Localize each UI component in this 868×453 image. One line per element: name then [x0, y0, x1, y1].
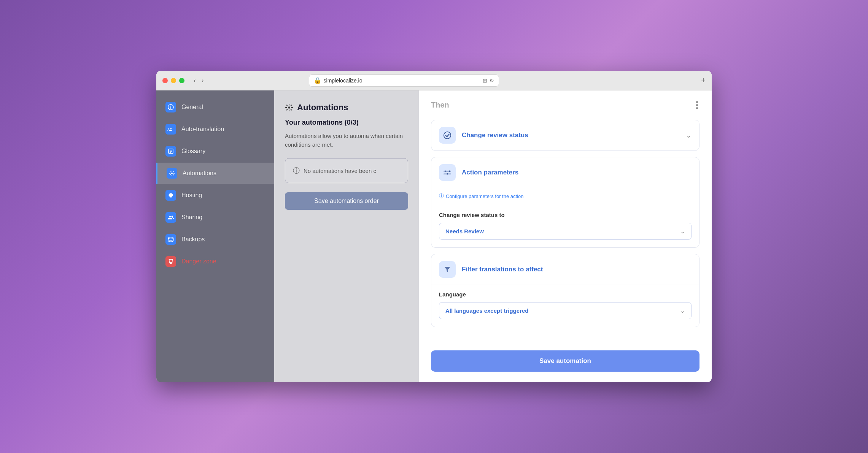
language-select[interactable]: All languages except triggered ⌄ — [439, 302, 692, 319]
forward-button[interactable]: › — [200, 76, 205, 86]
card-body-action-params: ⓘ Configure parameters for the action Ch… — [431, 188, 699, 247]
action-params-icon-wrap — [439, 164, 456, 181]
sidebar-item-general[interactable]: i General — [156, 97, 274, 118]
no-automations-box: ⓘ No automations have been c — [285, 158, 408, 183]
change-review-status-card: Change review status ⌄ — [431, 120, 699, 151]
config-header: Then — [431, 100, 699, 111]
sidebar-item-sharing[interactable]: Sharing — [156, 207, 274, 228]
config-section-label: Then — [431, 101, 449, 109]
general-icon: i — [165, 102, 176, 112]
more-menu-button[interactable] — [695, 100, 699, 111]
language-select-value: All languages except triggered — [445, 307, 528, 314]
dot-1 — [696, 101, 698, 103]
svg-text:i: i — [170, 105, 172, 109]
hosting-icon — [165, 190, 176, 201]
save-automation-button[interactable]: Save automation — [431, 350, 699, 372]
sidebar-item-label: Automations — [183, 170, 216, 177]
needs-review-select[interactable]: Needs Review ⌄ — [439, 223, 692, 240]
automations-heading: Automations — [285, 103, 408, 112]
svg-point-7 — [171, 173, 173, 174]
sidebar-item-auto-translation[interactable]: AZ Auto-translation — [156, 119, 274, 140]
backups-icon — [165, 234, 176, 245]
sidebar-item-hosting[interactable]: Hosting — [156, 185, 274, 206]
minimize-button[interactable] — [171, 78, 176, 83]
browser-content: i General AZ Auto-translation Glossary — [156, 90, 712, 382]
svg-point-10 — [168, 237, 173, 239]
sidebar-item-label: Hosting — [181, 192, 202, 199]
select-chevron-down-icon: ⌄ — [680, 228, 685, 235]
svg-point-9 — [172, 216, 173, 218]
config-panel-inner: Then — [419, 90, 712, 350]
language-label: Language — [439, 285, 692, 298]
svg-rect-12 — [170, 263, 172, 264]
dot-3 — [696, 107, 698, 109]
svg-point-13 — [288, 106, 290, 109]
card-header-action-params[interactable]: Action parameters — [431, 157, 699, 188]
maximize-button[interactable] — [179, 78, 184, 83]
svg-point-8 — [169, 216, 171, 218]
sidebar-item-automations[interactable]: Automations — [156, 163, 274, 184]
card-body-filter: Language All languages except triggered … — [431, 285, 699, 327]
card-subtitle: ⓘ Configure parameters for the action — [439, 193, 692, 200]
sidebar-item-label: Backups — [181, 236, 205, 243]
sidebar-item-label: Danger zone — [181, 258, 216, 265]
auto-translation-icon: AZ — [165, 124, 176, 135]
action-parameters-card: Action parameters ⓘ Configure parameters… — [431, 157, 699, 248]
change-review-title: Change review status — [462, 131, 680, 139]
url-text: simplelocalize.io — [324, 78, 362, 84]
address-icons: ⊞ ↻ — [483, 78, 494, 84]
language-chevron-down-icon: ⌄ — [680, 307, 685, 314]
action-params-title: Action parameters — [462, 169, 692, 176]
svg-rect-11 — [169, 259, 173, 260]
sharing-icon — [165, 212, 176, 223]
dot-2 — [696, 104, 698, 106]
filter-translations-card: Filter translations to affect Language A… — [431, 254, 699, 327]
sidebar-item-danger-zone[interactable]: Danger zone — [156, 251, 274, 272]
chevron-down-icon: ⌄ — [686, 131, 692, 139]
svg-point-14 — [444, 132, 451, 139]
translate-icon: ⊞ — [483, 78, 487, 84]
filter-icon-wrap — [439, 261, 456, 278]
refresh-icon[interactable]: ↻ — [490, 78, 494, 84]
danger-zone-icon — [165, 256, 176, 267]
automations-section-heading: Your automations (0/3) — [285, 119, 408, 127]
close-button[interactable] — [162, 78, 168, 83]
back-button[interactable]: ‹ — [192, 76, 197, 86]
card-header-filter[interactable]: Filter translations to affect — [431, 254, 699, 285]
nav-buttons: ‹ › — [192, 76, 205, 86]
svg-text:AZ: AZ — [167, 128, 172, 131]
lock-icon: 🔒 — [314, 77, 321, 84]
automations-panel: Automations Your automations (0/3) Autom… — [274, 90, 419, 382]
config-panel: Then — [419, 90, 712, 382]
save-order-button[interactable]: Save automations order — [285, 192, 408, 210]
sidebar-item-label: Auto-translation — [181, 126, 224, 133]
browser-window: ‹ › 🔒 simplelocalize.io ⊞ ↻ + i General — [156, 71, 712, 382]
sidebar-item-label: Glossary — [181, 148, 205, 155]
info-icon: ⓘ — [293, 166, 300, 175]
new-tab-button[interactable]: + — [701, 76, 706, 85]
automations-description: Automations allow you to automa when cer… — [285, 132, 408, 149]
filter-translations-title: Filter translations to affect — [462, 266, 692, 273]
automations-icon — [167, 168, 177, 179]
change-review-icon-wrap — [439, 127, 456, 144]
sidebar-item-label: General — [181, 104, 203, 111]
card-header-change-review[interactable]: Change review status ⌄ — [431, 120, 699, 150]
sidebar: i General AZ Auto-translation Glossary — [156, 90, 274, 382]
no-automations-text: No automations have been c — [304, 168, 376, 174]
sidebar-item-glossary[interactable]: Glossary — [156, 141, 274, 162]
info-circle-icon: ⓘ — [439, 193, 444, 200]
browser-titlebar: ‹ › 🔒 simplelocalize.io ⊞ ↻ + — [156, 71, 712, 90]
sidebar-item-backups[interactable]: Backups — [156, 229, 274, 250]
review-status-label: Change review status to — [439, 206, 692, 218]
sidebar-item-label: Sharing — [181, 214, 202, 221]
traffic-lights — [162, 78, 184, 83]
needs-review-value: Needs Review — [445, 228, 484, 234]
glossary-icon — [165, 146, 176, 157]
address-bar[interactable]: 🔒 simplelocalize.io ⊞ ↻ — [309, 74, 499, 87]
